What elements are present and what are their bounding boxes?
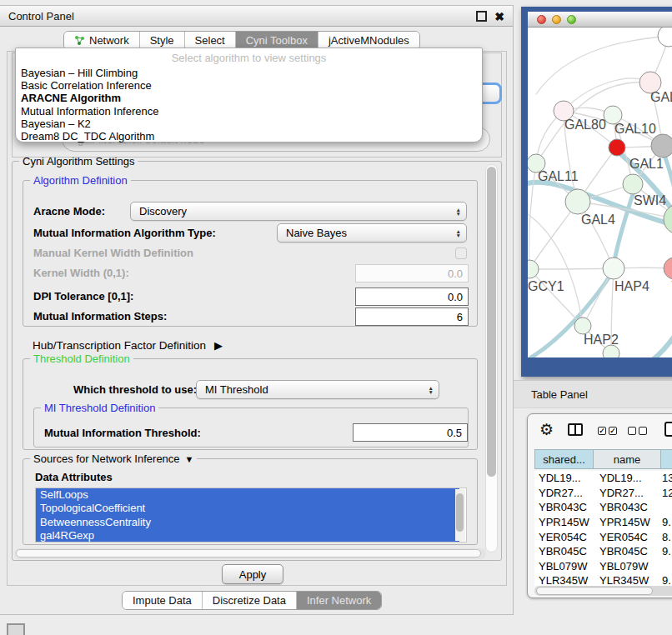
cell-shared-name: YER054C [534,531,593,543]
tab-label: Cyni Toolbox [246,34,308,47]
dropdown-item[interactable]: Dream8 DC_TDC Algorithm [16,130,482,142]
cell-value: 9. [660,516,672,528]
minimize-traffic-light-icon[interactable] [552,15,561,24]
manual-kernel-width-checkbox[interactable] [455,248,467,259]
network-window-titlebar[interactable] [528,12,672,28]
aracne-mode-combo[interactable]: Discovery ▲▼ [130,202,467,221]
table-row[interactable]: YBL079W YBL079W [534,559,672,574]
cell-shared-name: YDR27... [534,487,593,499]
list-item[interactable]: BetweennessCentrality [36,516,459,529]
network-edge[interactable] [564,78,650,111]
cell-name: YDL19... [593,472,660,484]
network-edge[interactable] [651,328,672,358]
mi-threshold-input[interactable]: 0.5 [353,423,468,442]
mi-algorithm-type-combo[interactable]: Naive Bayes ▲▼ [277,223,467,242]
tab-infer-network[interactable]: Infer Network [297,592,381,609]
docked-panel-icon[interactable] [7,623,25,635]
table-panel-title: Table Panel [531,388,588,401]
network-edge[interactable] [529,268,614,269]
settings-vertical-scrollbar[interactable] [485,164,498,552]
scrollbar-thumb[interactable] [456,493,464,532]
tab-cyni-toolbox[interactable]: Cyni Toolbox [236,32,318,49]
dropdown-item[interactable]: Mutual Information Inference [16,105,482,118]
close-traffic-light-icon[interactable] [537,15,546,24]
select-all-checkboxes-icon[interactable]: ✓✓ [598,427,617,435]
tab-discretize-data[interactable]: Discretize Data [203,592,297,609]
network-node[interactable] [574,318,591,334]
network-edge[interactable] [529,269,583,326]
list-vertical-scrollbar[interactable] [455,489,465,541]
algorithm-dropdown-popup: Select algorithm to view settings Bayesi… [15,48,483,142]
tab-select[interactable]: Select [185,32,236,49]
network-node[interactable] [664,258,672,279]
list-item[interactable]: SelfLoops [36,488,459,502]
group-title: Sources for Network Inference [33,452,180,465]
table-row[interactable]: YDR27... YDR27... 12 [534,486,672,501]
deselect-all-checkboxes-icon[interactable] [628,427,647,435]
spinner-arrows-icon: ▲▼ [456,228,461,238]
group-title: Algorithm Definition [30,174,131,187]
hub-transcription-factor-expander[interactable]: Hub/Transcription Factor Definition▶ [33,339,223,352]
table-row[interactable]: YPR145W YPR145W 9. [534,515,672,530]
scrollbar-thumb[interactable] [536,587,653,595]
mi-steps-input[interactable]: 6 [355,308,469,326]
columns-icon[interactable] [568,423,583,436]
network-node[interactable] [623,174,643,194]
network-node[interactable] [603,345,619,358]
control-panel-window: Control Panel ✖ Network Style Select Cyn… [0,5,514,615]
tab-network[interactable]: Network [64,32,140,49]
network-node[interactable] [565,189,590,214]
network-canvas[interactable]: GALGAL80GAL10GAL1GAL11SWI4GAL4GCY1HAP4YH… [528,28,672,358]
tab-style[interactable]: Style [140,32,185,49]
gear-icon[interactable]: ⚙ [539,420,554,439]
network-node[interactable] [609,139,625,156]
which-threshold-combo[interactable]: MI Threshold ▲▼ [196,380,439,399]
dropdown-item[interactable]: ARACNE Algorithm [16,92,482,104]
data-attributes-label: Data Attributes [35,471,113,483]
input-value: 0.0 [448,291,463,303]
network-node[interactable] [528,260,539,278]
table-row[interactable]: YLR345W YLR345W 9. [534,573,672,586]
mi-threshold-label: Mutual Information Threshold: [44,427,201,439]
list-item[interactable]: gal4RGexp [36,529,459,542]
close-icon[interactable]: ✖ [494,12,504,22]
column-header-name[interactable]: name [593,449,660,469]
dpi-tolerance-input[interactable]: 0.0 [355,288,469,306]
float-window-icon[interactable] [476,11,487,22]
network-edge[interactable] [529,163,536,269]
tab-jactivemnodules[interactable]: jActiveMNodules [318,32,419,49]
network-node[interactable] [603,258,624,279]
list-item[interactable]: TopologicalCoefficient [36,502,459,515]
network-node[interactable] [658,28,672,47]
scrollbar-thumb[interactable] [487,167,496,477]
apply-button[interactable]: Apply [222,564,283,584]
dropdown-item[interactable]: Bayesian – Hill Climbing [16,67,482,79]
sources-for-network-inference-group: Sources for Network Inference▼ Data Attr… [23,458,478,545]
table-header: shared... name [534,449,672,469]
network-icon [74,35,85,46]
input-value: 0.0 [448,268,463,280]
group-title: MI Threshold Definition [41,402,158,414]
column-header-shared-name[interactable]: shared... [534,449,593,469]
combo-value: Discovery [139,205,187,218]
table-row[interactable]: YBR045C YBR045C 9. [534,544,672,559]
cell-value: 9. [660,545,672,558]
group-title-row[interactable]: Sources for Network Inference▼ [30,452,197,465]
kernel-width-input[interactable]: 0.0 [355,264,469,282]
column-header-cut[interactable] [660,449,672,469]
dropdown-item[interactable]: Basic Correlation Inference [16,79,482,92]
cell-name: YLR345W [593,574,660,586]
cell-shared-name: YBL079W [534,560,593,572]
table-horizontal-scrollbar[interactable] [534,586,672,596]
new-column-icon[interactable] [664,422,672,437]
scrollbar-thumb[interactable] [16,549,481,558]
tab-impute-data[interactable]: Impute Data [123,592,203,609]
network-node[interactable] [651,134,672,158]
table-row[interactable]: YER054C YER054C 8. [534,529,672,544]
table-row[interactable]: YBR043C YBR043C [534,500,672,515]
table-row[interactable]: YDL19... YDL19... 13 [534,471,672,486]
settings-horizontal-scrollbar[interactable] [14,548,486,559]
dropdown-item[interactable]: Bayesian – K2 [16,118,482,130]
zoom-traffic-light-icon[interactable] [567,15,576,24]
algorithm-definition-group: Algorithm Definition Aracne Mode: Discov… [23,180,478,327]
